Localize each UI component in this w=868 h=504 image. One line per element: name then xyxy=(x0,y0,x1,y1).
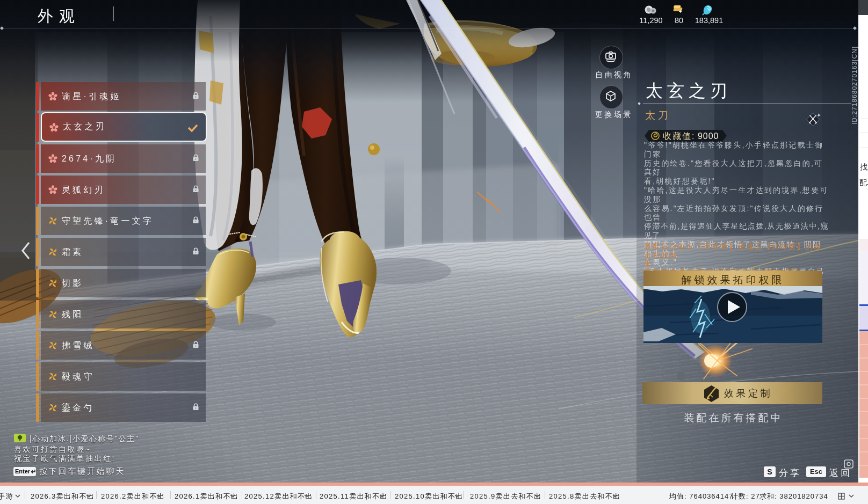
svg-text:+: + xyxy=(679,9,682,14)
